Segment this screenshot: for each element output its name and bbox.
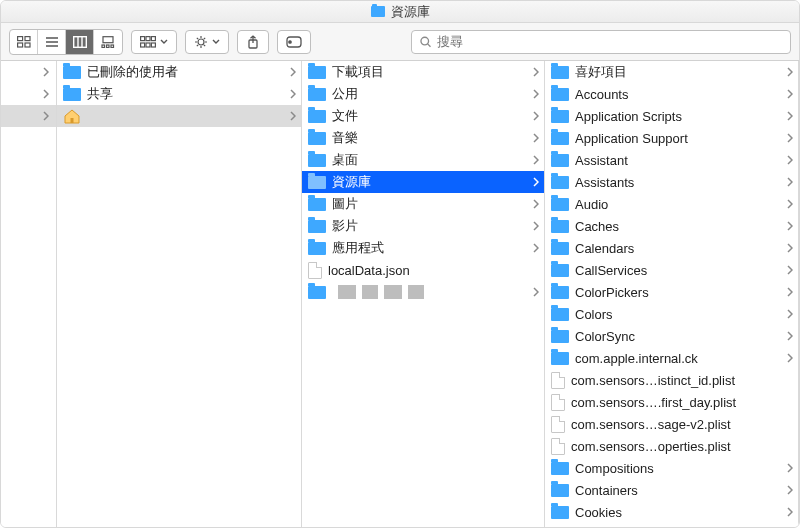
list-item[interactable]: Application Support <box>545 127 798 149</box>
search-icon <box>420 36 431 48</box>
list-item[interactable]: com.apple.internal.ck <box>545 347 798 369</box>
group-by-button[interactable] <box>131 30 177 54</box>
folder-icon <box>551 264 569 277</box>
folder-icon <box>551 220 569 233</box>
svg-rect-25 <box>71 118 74 123</box>
list-item[interactable]: Accounts <box>545 83 798 105</box>
list-item[interactable] <box>1 61 56 83</box>
list-item[interactable]: com.sensors….first_day.plist <box>545 391 798 413</box>
list-item[interactable]: ColorPickers <box>545 281 798 303</box>
list-item[interactable]: 文件 <box>302 105 544 127</box>
item-label: com.sensors…operties.plist <box>571 439 794 454</box>
chevron-right-icon <box>786 68 794 76</box>
list-item[interactable]: 公用 <box>302 83 544 105</box>
list-item[interactable]: Colors <box>545 303 798 325</box>
list-item[interactable]: 音樂 <box>302 127 544 149</box>
item-label: com.apple.internal.ck <box>575 351 780 366</box>
item-label: CallServices <box>575 263 780 278</box>
svg-rect-14 <box>141 36 145 40</box>
item-label: com.sensors….first_day.plist <box>571 395 794 410</box>
list-item[interactable]: localData.json <box>302 259 544 281</box>
file-icon <box>551 416 565 433</box>
chevron-right-icon <box>532 90 540 98</box>
column-1[interactable]: 已刪除的使用者共享 <box>57 61 302 527</box>
list-item[interactable]: Assistant <box>545 149 798 171</box>
folder-icon <box>63 88 81 101</box>
svg-rect-7 <box>73 36 86 47</box>
list-item[interactable]: 桌面 <box>302 149 544 171</box>
column-0[interactable] <box>1 61 57 527</box>
item-label: 共享 <box>87 85 283 103</box>
item-label: Containers <box>575 483 780 498</box>
list-item[interactable]: Containers <box>545 479 798 501</box>
chevron-right-icon <box>532 200 540 208</box>
list-item[interactable]: Calendars <box>545 237 798 259</box>
action-menu-button[interactable] <box>185 30 229 54</box>
view-list-button[interactable] <box>38 30 66 54</box>
list-item[interactable]: Application Scripts <box>545 105 798 127</box>
list-item[interactable] <box>57 105 301 127</box>
search-field[interactable] <box>411 30 791 54</box>
item-label: com.sensors…istinct_id.plist <box>571 373 794 388</box>
list-item[interactable] <box>1 83 56 105</box>
view-gallery-button[interactable] <box>94 30 122 54</box>
list-item[interactable]: Caches <box>545 215 798 237</box>
list-item[interactable]: ColorSync <box>545 325 798 347</box>
list-item[interactable]: 已刪除的使用者 <box>57 61 301 83</box>
list-item[interactable]: 應用程式 <box>302 237 544 259</box>
column-3[interactable]: 喜好項目AccountsApplication ScriptsApplicati… <box>545 61 799 527</box>
list-item[interactable]: com.sensors…istinct_id.plist <box>545 369 798 391</box>
chevron-right-icon <box>532 134 540 142</box>
list-item[interactable]: 影片 <box>302 215 544 237</box>
item-label: Accounts <box>575 87 780 102</box>
file-icon <box>308 262 322 279</box>
folder-icon <box>551 484 569 497</box>
list-item[interactable]: 圖片 <box>302 193 544 215</box>
home-icon <box>63 109 81 124</box>
list-item[interactable]: 資源庫 <box>302 171 544 193</box>
list-item[interactable] <box>302 281 544 303</box>
item-label: ColorPickers <box>575 285 780 300</box>
chevron-right-icon <box>786 112 794 120</box>
list-item[interactable]: Compositions <box>545 457 798 479</box>
folder-icon <box>308 198 326 211</box>
tags-button[interactable] <box>277 30 311 54</box>
svg-rect-11 <box>102 45 105 48</box>
share-button[interactable] <box>237 30 269 54</box>
list-item[interactable]: 共享 <box>57 83 301 105</box>
list-item[interactable]: Cookies <box>545 501 798 523</box>
view-mode-group <box>9 29 123 55</box>
chevron-right-icon <box>786 134 794 142</box>
item-label: 應用程式 <box>332 239 526 257</box>
list-item[interactable]: com.sensors…operties.plist <box>545 435 798 457</box>
column-2[interactable]: 下載項目公用文件音樂桌面資源庫圖片影片應用程式localData.json <box>302 61 545 527</box>
chevron-right-icon <box>786 508 794 516</box>
list-item[interactable]: com.sensors…sage-v2.plist <box>545 413 798 435</box>
finder-window: 資源庫 <box>0 0 800 528</box>
list-item[interactable]: 喜好項目 <box>545 61 798 83</box>
item-label: 喜好項目 <box>575 63 780 81</box>
chevron-right-icon <box>786 354 794 362</box>
list-item[interactable]: 下載項目 <box>302 61 544 83</box>
svg-line-24 <box>428 43 431 46</box>
folder-icon <box>308 176 326 189</box>
view-column-button[interactable] <box>66 30 94 54</box>
svg-point-20 <box>198 39 204 45</box>
view-icon-button[interactable] <box>10 30 38 54</box>
item-label: 文件 <box>332 107 526 125</box>
search-input[interactable] <box>437 34 782 49</box>
list-item[interactable]: Audio <box>545 193 798 215</box>
list-item[interactable] <box>1 105 56 127</box>
folder-icon <box>63 66 81 79</box>
folder-icon <box>551 286 569 299</box>
file-icon <box>551 372 565 389</box>
svg-rect-16 <box>151 36 155 40</box>
item-label: Compositions <box>575 461 780 476</box>
item-label: Application Support <box>575 131 780 146</box>
svg-rect-19 <box>151 43 155 47</box>
chevron-down-icon <box>160 39 168 45</box>
list-item[interactable]: CallServices <box>545 259 798 281</box>
chevron-right-icon <box>532 112 540 120</box>
grid-icon <box>140 36 156 48</box>
list-item[interactable]: Assistants <box>545 171 798 193</box>
